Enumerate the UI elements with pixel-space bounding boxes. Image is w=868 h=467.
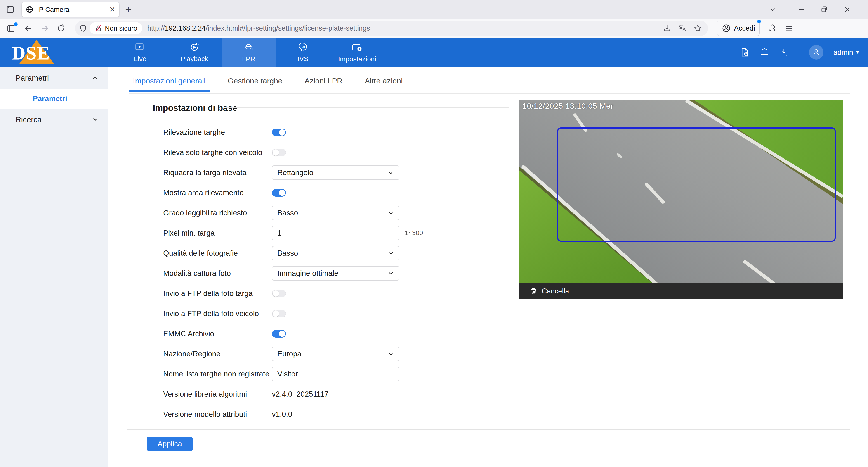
menu-hamburger-icon[interactable] [782,22,795,35]
nav-item-impostazioni[interactable]: Impostazioni [330,37,384,67]
nav-item-live[interactable]: Live [113,37,167,67]
select-dropdown[interactable]: Rettangolo [272,166,399,180]
firefox-view-icon[interactable] [4,4,16,16]
form-row: Rilevazione targhe [108,122,447,142]
sidebar-group-parametri[interactable]: Parametri [0,67,108,89]
tabs-divider [129,93,850,94]
form-row: Versione libreria algoritmiv2.4.0_202511… [108,384,447,404]
window-restore-button[interactable] [818,0,831,19]
form-row: Pixel min. targa1~300 [108,223,447,243]
nav-item-lpr[interactable]: LPR [221,37,276,67]
tab-impostazioni-generali[interactable]: Impostazioni generali [129,77,210,92]
browser-tab-bar: IP Camera ✕ + [0,0,868,19]
alarm-bell-icon[interactable] [760,48,769,57]
url-text: http://192.168.2.24/index.html#/lpr-sett… [147,24,663,32]
input-hint: 1~300 [405,229,423,237]
back-button[interactable] [22,22,35,35]
apply-button[interactable]: Applica [147,437,193,451]
form-row: Rileva solo targhe con veicolo [108,142,447,163]
form-row: Mostra area rilevamento [108,183,447,203]
browser-tab[interactable]: IP Camera ✕ [22,2,119,17]
nav-item-ivs[interactable]: AIIVS [276,37,330,67]
select-dropdown[interactable]: Basso [272,206,399,220]
footer-divider [127,429,850,430]
tab-title: IP Camera [37,6,109,13]
toggle-switch[interactable] [272,310,286,317]
chevron-down-icon [388,250,394,257]
logo-text: DSE [12,42,50,64]
nav-item-playback[interactable]: Playback [167,37,221,67]
tab-list-icon[interactable] [766,0,779,19]
new-tab-button[interactable]: + [125,3,131,16]
signin-button[interactable]: Accedi [717,21,760,36]
toggle-switch[interactable] [272,189,286,197]
form-label: Rilevazione targhe [163,128,225,137]
lane-dash [743,260,775,283]
window-minimize-button[interactable] [795,0,808,19]
download-icon[interactable] [779,48,789,57]
app-logo: DSE [12,39,59,66]
select-value: Rettangolo [277,168,313,177]
toggle-switch[interactable] [272,290,286,297]
readonly-value: v1.0.0 [272,410,292,418]
reload-button[interactable] [55,22,67,35]
sidebar-group-ricerca[interactable]: Ricerca [0,109,108,130]
url-bar[interactable]: Non sicuro http://192.168.2.24/index.htm… [75,21,708,36]
form-label: Rileva solo targhe con veicolo [163,148,262,157]
section-title: Impostazioni di base [153,103,237,113]
window-close-button[interactable] [841,0,854,19]
settings-form: Rilevazione targheRileva solo targhe con… [108,122,447,424]
form-row: Invio a FTP della foto targa [108,283,447,303]
form-label: Nazione/Regione [163,350,220,358]
select-dropdown[interactable]: Immagine ottimale [272,266,399,281]
text-input[interactable] [272,367,399,381]
ivs-icon: AI [298,42,308,53]
tab-gestione-targhe[interactable]: Gestione targhe [223,77,286,92]
main-nav: LivePlaybackLPRAIIVSImpostazioni [113,37,384,67]
tab-altre-azioni[interactable]: Altre azioni [361,77,407,92]
url-host: 192.168.2.24 [165,24,206,32]
toggle-knob [279,330,285,337]
url-actions [663,24,702,33]
site-security-chip[interactable]: Non sicuro [90,22,142,34]
camera-scene[interactable]: 10/12/2025 13:10:05 Mer [519,100,843,283]
sidebar-group-label: Ricerca [16,115,41,124]
form-row: Nazione/RegioneEuropa [108,344,447,364]
form-label: Pixel min. targa [163,229,215,237]
tab-close-icon[interactable]: ✕ [109,6,115,13]
select-value: Europa [277,350,301,358]
sidebar-toggle-icon[interactable] [4,22,17,35]
device-log-icon[interactable]: ? [740,48,750,57]
sidebar-item-parametri[interactable]: Parametri [0,89,108,109]
translate-icon[interactable] [678,24,687,33]
tab-azioni-lpr[interactable]: Azioni LPR [301,77,346,92]
page-tabs: Impostazioni generaliGestione targheAzio… [129,77,407,92]
notification-dot [14,22,18,26]
user-avatar[interactable] [809,45,824,59]
save-page-icon[interactable] [663,24,671,33]
select-dropdown[interactable]: Basso [272,246,399,260]
toggle-switch[interactable] [272,128,286,136]
browser-toolbar: Non sicuro http://192.168.2.24/index.htm… [0,19,868,37]
account-icon [722,24,731,33]
form-row: Modalità cattura fotoImmagine ottimale [108,263,447,283]
extensions-icon[interactable] [766,22,778,35]
chevron-down-icon [92,116,98,123]
toggle-knob [273,311,279,317]
bookmark-star-icon[interactable] [693,24,702,33]
chevron-down-icon [388,350,394,357]
sidebar-item-label: Parametri [33,94,67,103]
shield-icon[interactable] [79,24,87,32]
toggle-switch[interactable] [272,149,286,156]
detection-area-rectangle[interactable] [557,127,836,242]
form-label: EMMC Archivio [163,329,214,338]
readonly-value: v2.4.0_20251117 [272,390,329,399]
form-row: Riquadra la targa rilevataRettangolo [108,163,447,183]
settings-icon [351,41,363,53]
user-menu[interactable]: admin▼ [833,48,860,57]
text-input[interactable] [272,226,399,240]
video-toolbar[interactable]: Cancella [519,283,843,299]
toggle-switch[interactable] [272,330,286,338]
select-dropdown[interactable]: Europa [272,347,399,361]
forward-button[interactable] [38,22,51,35]
